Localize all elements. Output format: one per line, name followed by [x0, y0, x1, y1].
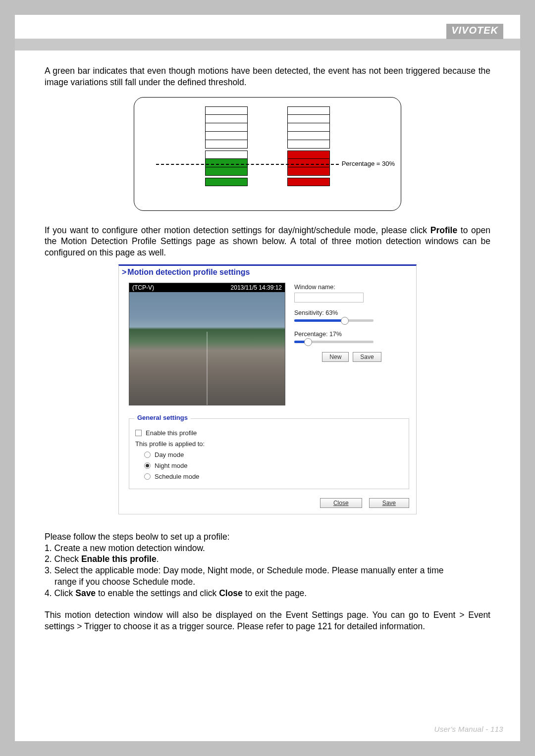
page-footer: User's Manual - 113 [434, 725, 503, 733]
sensitivity-slider[interactable] [294, 319, 374, 322]
diagram-frame: Percentage = 30% [134, 97, 401, 211]
percentage-slider[interactable] [294, 341, 374, 343]
bar-red [287, 106, 330, 186]
enable-profile-checkbox[interactable] [135, 430, 142, 436]
schedule-mode-radio[interactable] [144, 473, 151, 480]
step-2: 2. Check Enable this profile. [45, 554, 490, 565]
enable-profile-label: Enable this profile [146, 429, 197, 437]
general-settings-group: General settings Enable this profile Thi… [129, 418, 409, 489]
bold-text: Save [75, 588, 96, 598]
text: . [157, 554, 159, 564]
page-content: A green bar indicates that even though m… [15, 50, 520, 632]
bar-green [205, 106, 248, 186]
video-overlay: (TCP-V) 2013/11/5 14:39:12 [129, 283, 285, 292]
night-mode-radio[interactable] [144, 462, 151, 469]
text: 2. Check [45, 554, 81, 564]
text: to enable the settings and click [96, 588, 219, 598]
settings-screenshot: Motion detection profile settings (TCP-V… [118, 264, 417, 514]
profile-word: Profile [430, 225, 457, 235]
step-3a: 3. Select the applicable mode: Day mode,… [45, 565, 490, 576]
step-1: 1. Create a new motion detection window. [45, 543, 490, 554]
video-stream-label: (TCP-V) [132, 284, 154, 291]
schedule-mode-label: Schedule mode [155, 473, 199, 480]
window-name-input[interactable] [294, 293, 364, 302]
brand-logo: VIVOTEK [446, 24, 503, 39]
sensitivity-label: Sensitivity: 63% [294, 309, 409, 316]
footnote-paragraph: This motion detection window will also b… [45, 609, 490, 632]
save-button-2[interactable]: Save [369, 498, 409, 508]
controls-pane: Window name: Sensitivity: 63% Percentage… [294, 283, 409, 405]
text: If you want to configure other motion de… [45, 225, 430, 235]
day-mode-radio[interactable] [144, 452, 151, 458]
save-button[interactable]: Save [353, 352, 381, 362]
night-mode-label: Night mode [155, 462, 187, 469]
threshold-label: Percentage = 30% [339, 160, 395, 167]
panel-title: Motion detection profile settings [119, 266, 416, 283]
step-3b: range if you choose Schedule mode. [54, 576, 490, 588]
percentage-label: Percentage: 17% [294, 331, 409, 338]
day-mode-label: Day mode [155, 451, 184, 458]
applied-to-label: This profile is applied to: [135, 440, 403, 448]
bold-text: Close [219, 588, 243, 598]
window-name-label: Window name: [294, 284, 409, 291]
threshold-diagram: Percentage = 30% [45, 97, 490, 211]
intro-paragraph: A green bar indicates that even though m… [45, 65, 490, 88]
text: to exit the page. [243, 588, 307, 598]
steps-intro: Please follow the steps beolw to set up … [45, 531, 490, 543]
general-settings-legend: General settings [134, 414, 191, 421]
new-button[interactable]: New [322, 352, 349, 362]
step-4: 4. Click Save to enable the settings and… [45, 588, 490, 599]
document-page: VIVOTEK A green bar indicates that even … [15, 15, 520, 741]
page-header: VIVOTEK [15, 15, 520, 50]
bold-text: Enable this profile [81, 554, 157, 564]
text: 4. Click [45, 588, 75, 598]
steps-section: Please follow the steps beolw to set up … [45, 531, 490, 599]
close-button[interactable]: Close [320, 498, 362, 508]
threshold-line: Percentage = 30% [156, 164, 394, 165]
video-preview: (TCP-V) 2013/11/5 14:39:12 [129, 283, 285, 405]
video-timestamp: 2013/11/5 14:39:12 [231, 284, 282, 291]
profile-paragraph: If you want to configure other motion de… [45, 225, 490, 258]
